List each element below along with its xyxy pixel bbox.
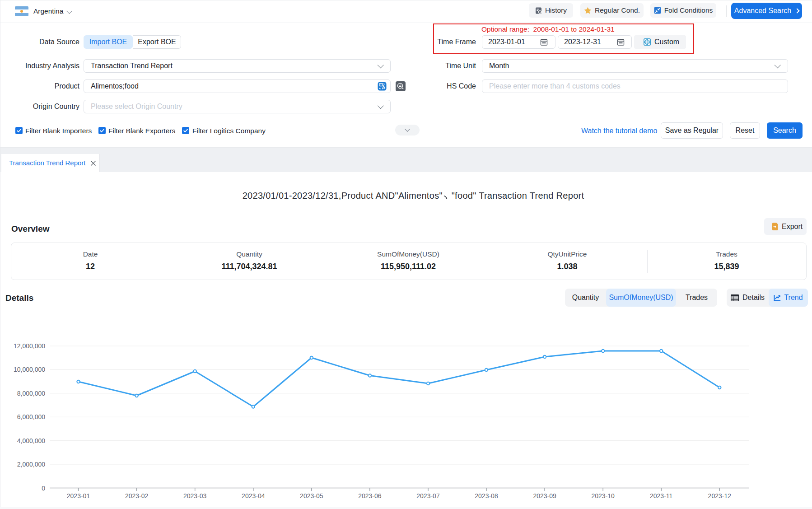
svg-text:8,000,000: 8,000,000 — [17, 390, 45, 397]
svg-text:2023-10: 2023-10 — [592, 492, 615, 500]
svg-text:2023-12: 2023-12 — [708, 492, 732, 500]
svg-text:2023-09: 2023-09 — [533, 492, 556, 500]
svg-text:12,000,000: 12,000,000 — [14, 342, 45, 350]
svg-text:2023-02: 2023-02 — [125, 492, 149, 500]
svg-text:2,000,000: 2,000,000 — [17, 461, 45, 468]
svg-text:0: 0 — [42, 485, 45, 492]
svg-text:6,000,000: 6,000,000 — [17, 413, 45, 420]
svg-text:10,000,000: 10,000,000 — [14, 366, 45, 373]
svg-text:2023-04: 2023-04 — [242, 492, 265, 500]
svg-text:2023-08: 2023-08 — [475, 492, 498, 500]
svg-text:2023-11: 2023-11 — [650, 492, 673, 500]
svg-text:2023-06: 2023-06 — [358, 492, 382, 500]
svg-text:2023-05: 2023-05 — [300, 492, 323, 500]
svg-text:4,000,000: 4,000,000 — [17, 437, 45, 444]
svg-text:2023-07: 2023-07 — [416, 492, 440, 500]
svg-text:2023-01: 2023-01 — [67, 492, 90, 500]
svg-text:2023-03: 2023-03 — [183, 492, 207, 500]
